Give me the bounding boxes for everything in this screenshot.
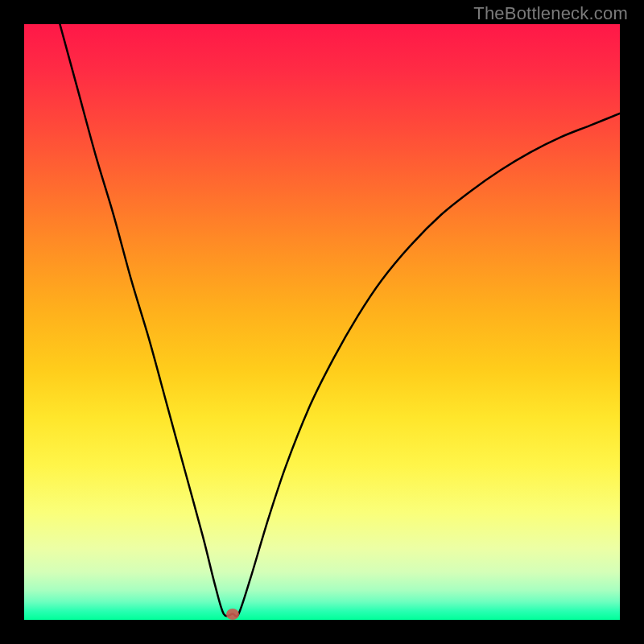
plot-area xyxy=(24,24,620,620)
watermark-text: TheBottleneck.com xyxy=(473,3,628,24)
curve-path xyxy=(60,24,620,617)
chart-frame: TheBottleneck.com xyxy=(0,0,644,644)
bottleneck-curve xyxy=(24,24,620,620)
optimal-point-marker xyxy=(226,609,239,620)
